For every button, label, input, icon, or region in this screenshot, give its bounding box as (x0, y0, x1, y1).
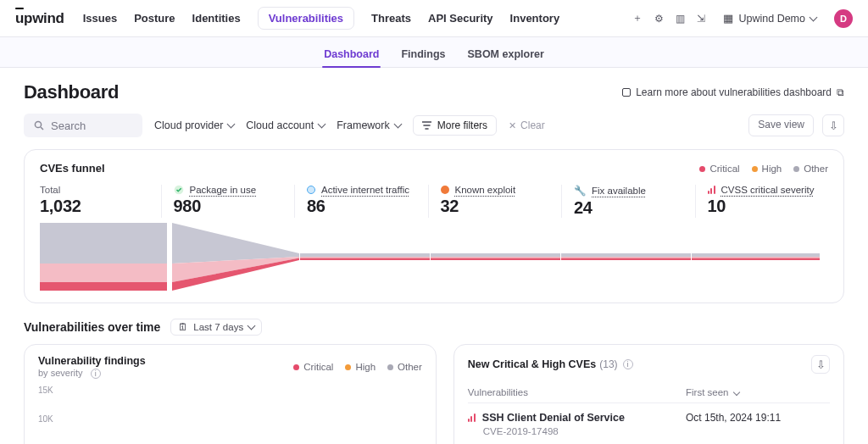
chevron-down-icon (318, 120, 326, 129)
more-filters-button[interactable]: More filters (413, 115, 497, 136)
org-selector[interactable]: ▦ Upwind Demo (717, 8, 822, 28)
chevron-down-icon (248, 322, 256, 330)
new-cves-panel: New Critical & High CVEs (13) i ⇩ Vulner… (453, 344, 844, 444)
svg-rect-12 (560, 223, 561, 294)
svg-rect-9 (299, 258, 820, 261)
funnel-col-package[interactable]: Package in use 980 (161, 185, 295, 218)
info-icon[interactable]: i (91, 369, 101, 379)
section2-header: Vulnerabilities over time 🗓 Last 7 days (24, 319, 844, 336)
svg-line-1 (41, 127, 43, 130)
legend-critical: Critical (293, 362, 333, 372)
svg-rect-3 (40, 223, 167, 264)
search-input[interactable]: Search (24, 114, 142, 137)
cve-table-header: Vulnerabilities First seen (468, 380, 830, 403)
svg-rect-11 (430, 223, 431, 294)
funnel-card: CVEs funnel Critical High Other Total 1,… (24, 149, 844, 303)
cve-title-text: SSH Client Denial of Service (482, 412, 625, 424)
cve-panel-title: New Critical & High CVEs (468, 358, 596, 370)
funnel-legend: Critical High Other (699, 164, 828, 174)
tab-sbom-explorer[interactable]: SBOM explorer (466, 48, 546, 67)
panel-icon[interactable]: ▥ (676, 13, 685, 25)
download-button[interactable]: ⇩ (822, 114, 844, 136)
funnel-value-traffic: 86 (307, 197, 416, 216)
legend-high: High (752, 164, 782, 174)
avatar[interactable]: D (834, 9, 853, 28)
check-icon (174, 185, 184, 195)
funnel-chart (40, 223, 820, 294)
org-name: Upwind Demo (738, 13, 805, 25)
funnel-col-exploit[interactable]: Known exploit 32 (428, 185, 562, 218)
nav-identities[interactable]: Identities (192, 7, 241, 30)
info-icon[interactable]: i (623, 359, 633, 369)
learn-more-link[interactable]: Learn more about vulnerabilities dashboa… (622, 86, 844, 98)
app-icon: ▦ (723, 12, 733, 25)
col-vulnerabilities[interactable]: Vulnerabilities (468, 387, 686, 397)
nav-posture[interactable]: Posture (134, 7, 175, 30)
svg-rect-6 (167, 223, 172, 294)
severity-icon (468, 413, 476, 422)
filter-framework[interactable]: Framework (337, 119, 401, 131)
funnel-col-traffic[interactable]: Active internet traffic 86 (294, 185, 428, 218)
title-row: Dashboard Learn more about vulnerabiliti… (24, 81, 844, 103)
tab-findings[interactable]: Findings (399, 48, 447, 67)
funnel-value-cvss: 10 (708, 197, 817, 216)
nav-issues[interactable]: Issues (83, 7, 117, 30)
vf-subtitle: by severity (38, 368, 83, 378)
funnel-value-exploit: 32 (441, 197, 550, 216)
page-title: Dashboard (24, 81, 119, 103)
cve-code: CVE-2019-17498 (483, 426, 686, 436)
severity-icon (708, 186, 715, 194)
funnel-value-fix: 24 (574, 198, 683, 218)
clear-filters[interactable]: ✕ Clear (509, 119, 545, 131)
settings-icon[interactable]: ⚙ (654, 13, 664, 25)
svg-point-0 (35, 121, 41, 127)
legend-other: Other (793, 164, 828, 174)
close-icon: ✕ (509, 120, 516, 131)
filter-icon (422, 121, 431, 130)
svg-rect-10 (299, 223, 300, 294)
funnel-col-cvss[interactable]: CVSS critical severity 10 (695, 185, 829, 218)
filter-cloud-account[interactable]: Cloud account (246, 119, 325, 131)
download-button[interactable]: ⇩ (811, 355, 830, 374)
sub-nav: Dashboard Findings SBOM explorer (0, 37, 868, 68)
save-view-button[interactable]: Save view (748, 114, 814, 136)
filters-row: Search Cloud provider Cloud account Fram… (24, 114, 844, 137)
download-icon: ⇩ (816, 358, 826, 371)
funnel-col-total: Total 1,032 (40, 185, 161, 218)
filter-cloud-provider[interactable]: Cloud provider (154, 119, 234, 131)
top-icon-row: ＋ ⚙ ▥ ⇲ ▦ Upwind Demo D (632, 8, 853, 28)
col-first-seen[interactable]: First seen (686, 387, 830, 397)
funnel-value-package: 980 (174, 197, 283, 216)
cve-first-seen: Oct 15th, 2024 19:11 (686, 412, 830, 424)
section2-title: Vulnerabilities over time (24, 320, 160, 334)
funnel-col-fix[interactable]: 🔧Fix available 24 (561, 185, 695, 218)
table-row[interactable]: SSH Client Denial of Service CVE-2019-17… (468, 403, 830, 444)
svg-rect-7 (299, 253, 820, 257)
funnel-headers: Total 1,032 Package in use 980 Active in… (40, 185, 828, 218)
ytick: 15K (38, 385, 53, 394)
topbar: upwind Issues Posture Identities Vulnera… (0, 0, 868, 37)
doc-icon (622, 88, 631, 97)
vf-legend: Critical High Other (293, 362, 422, 372)
nav-vulnerabilities[interactable]: Vulnerabilities (258, 7, 354, 30)
svg-rect-4 (40, 264, 167, 282)
search-placeholder: Search (51, 119, 86, 132)
nav-threats[interactable]: Threats (371, 7, 411, 30)
funnel-value-total: 1,032 (40, 197, 149, 216)
tab-dashboard[interactable]: Dashboard (322, 48, 381, 67)
run-icon[interactable]: ⇲ (697, 13, 705, 25)
nav-inventory[interactable]: Inventory (510, 7, 560, 30)
bomb-icon (441, 186, 449, 194)
vulnerability-findings-panel: Vulnerability findings by severity i Cri… (24, 344, 437, 444)
logo[interactable]: upwind (15, 10, 64, 27)
nav-api-security[interactable]: API Security (428, 7, 493, 30)
calendar-icon: 🗓 (178, 322, 188, 332)
search-icon (34, 120, 44, 130)
vulnerability-chart: 15K 10K 5,000 0 Oct 14 Oct 15 Oct 16 Oct… (38, 384, 422, 444)
globe-icon (307, 186, 315, 194)
plus-icon[interactable]: ＋ (632, 11, 643, 25)
legend-other: Other (387, 362, 422, 372)
svg-rect-8 (299, 257, 820, 258)
sort-desc-icon (732, 389, 739, 396)
time-range-selector[interactable]: 🗓 Last 7 days (170, 319, 262, 336)
